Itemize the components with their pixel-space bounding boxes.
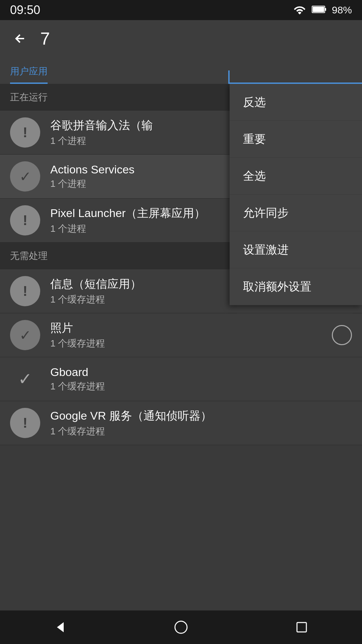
dropdown-label-5: 取消额外设置: [243, 279, 311, 294]
svg-point-4: [175, 621, 187, 633]
dropdown-label-2: 全选: [243, 168, 266, 184]
dropdown-item-2[interactable]: 全选: [230, 158, 362, 195]
dropdown-item-1[interactable]: 重要: [230, 121, 362, 158]
app-icon-pinyin: !: [10, 117, 40, 148]
dropdown-label-1: 重要: [243, 131, 266, 147]
main-content: 正在运行 ! 谷歌拼音输入法（输 1 个进程 ✓ Actions Service…: [0, 84, 362, 644]
tab-user-apps[interactable]: 用户应用: [10, 65, 48, 84]
nav-recent-button[interactable]: [288, 614, 315, 641]
app-icon-pixel: !: [10, 205, 40, 235]
dropdown-item-5[interactable]: 取消额外设置: [230, 268, 362, 305]
app-sub-googlevr: 1 个缓存进程: [50, 425, 352, 438]
app-icon-gboard: ✓: [10, 364, 40, 394]
svg-marker-3: [57, 622, 64, 632]
dropdown-item-4[interactable]: 设置激进: [230, 231, 362, 268]
battery-percent: 98%: [332, 4, 352, 16]
battery-icon: [312, 5, 326, 15]
app-sub-gboard: 1 个缓存进程: [50, 380, 352, 393]
dropdown-item-0[interactable]: 反选: [230, 84, 362, 121]
dropdown-label-4: 设置激进: [243, 242, 289, 258]
app-name-photos: 照片: [50, 320, 322, 336]
dropdown-item-3[interactable]: 允许同步: [230, 195, 362, 231]
section-noprocess-title: 无需处理: [10, 250, 48, 262]
app-name-googlevr: Google VR 服务（通知侦听器）: [50, 408, 352, 424]
app-item-gboard[interactable]: ✓ Gboard 1 个缓存进程: [0, 357, 362, 401]
app-info-googlevr: Google VR 服务（通知侦听器） 1 个缓存进程: [50, 408, 352, 438]
section-running-title: 正在运行: [10, 91, 48, 104]
top-bar: 7: [0, 20, 362, 57]
status-icons: 98%: [293, 4, 352, 16]
wifi-icon: [293, 4, 306, 16]
app-sub-photos: 1 个缓存进程: [50, 337, 322, 350]
status-bar: 09:50 98%: [0, 0, 362, 20]
dropdown-label-0: 反选: [243, 95, 266, 110]
app-info-gboard: Gboard 1 个缓存进程: [50, 366, 352, 393]
app-icon-googlevr: !: [10, 408, 40, 438]
app-item-googlevr[interactable]: ! Google VR 服务（通知侦听器） 1 个缓存进程: [0, 401, 362, 445]
app-icon-actions: ✓: [10, 161, 40, 192]
radio-btn-photos[interactable]: [332, 325, 352, 345]
nav-home-button[interactable]: [168, 614, 194, 641]
dropdown-label-3: 允许同步: [243, 205, 289, 221]
app-item-photos[interactable]: ✓ 照片 1 个缓存进程: [0, 313, 362, 357]
svg-rect-1: [325, 8, 326, 11]
app-icon-photos: ✓: [10, 320, 40, 350]
svg-rect-2: [313, 7, 324, 12]
status-time: 09:50: [10, 3, 40, 17]
back-button[interactable]: [10, 29, 30, 49]
dropdown-menu: 反选 重要 全选 允许同步 设置激进 取消额外设置: [230, 84, 362, 305]
page-title: 7: [40, 29, 50, 49]
nav-bar: [0, 610, 362, 644]
app-info-photos: 照片 1 个缓存进程: [50, 320, 322, 350]
app-name-gboard: Gboard: [50, 366, 352, 379]
svg-rect-5: [297, 623, 306, 632]
app-icon-messages: !: [10, 276, 40, 306]
nav-back-button[interactable]: [47, 614, 74, 641]
